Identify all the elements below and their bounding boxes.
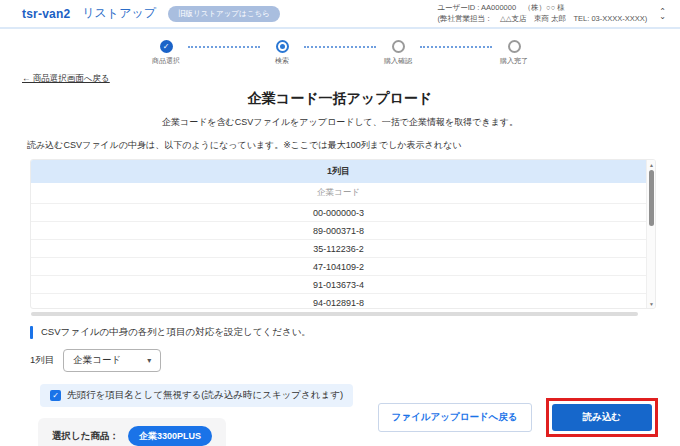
chevron-down-icon: ▾ bbox=[147, 357, 151, 365]
step-current-icon bbox=[276, 40, 289, 53]
table-row: 91-013673-4 bbox=[31, 276, 646, 294]
back-to-product-select-link[interactable]: ← 商品選択画面へ戻る bbox=[22, 73, 110, 85]
step-label: 検索 bbox=[275, 56, 289, 66]
vertical-scrollbar[interactable]: ▲ ▼ bbox=[646, 160, 655, 308]
check-icon: ✓ bbox=[163, 43, 170, 51]
sales-contact-line: (弊社営業担当： △△支店 東商 太郎 TEL: 03-XXXX-XXXX) bbox=[437, 14, 647, 25]
page-subtitle: 企業コードを含むCSVファイルをアップロードして、一括で企業情報を取得できます。 bbox=[0, 116, 680, 129]
step-purchase-complete: 購入完了 bbox=[492, 40, 536, 66]
step-upcoming-icon bbox=[508, 40, 521, 53]
selected-product-label: 選択した商品： bbox=[52, 430, 119, 443]
user-info: ユーザーID : AA000000 （株）○○ 様 (弊社営業担当： △△支店 … bbox=[437, 3, 647, 25]
step-search: 検索 bbox=[260, 40, 304, 66]
select-value: 企業コード bbox=[73, 354, 121, 367]
step-label: 購入完了 bbox=[500, 56, 528, 66]
column-label: 1列目 bbox=[30, 354, 54, 367]
back-to-upload-button[interactable]: ファイルアップロードへ戻る bbox=[378, 403, 532, 432]
app-title: リストアップ bbox=[82, 5, 156, 22]
selected-product-box: 選択した商品： 企業3300PLUS bbox=[38, 418, 226, 446]
csv-preview-table: 1列目 企業コード 00-000000-3 89-000371-8 35-112… bbox=[30, 159, 656, 309]
step-label: 商品選択 bbox=[152, 56, 180, 66]
page: tsr-van2 リストアップ 旧版リストアップはこちら ユーザーID : AA… bbox=[0, 0, 680, 446]
mapping-row: 1列目 企業コード ▾ bbox=[30, 349, 680, 372]
skip-header-checkbox-row[interactable]: ✓ 先頭行を項目名として無視する(読み込み時にスキップされます) bbox=[40, 384, 353, 407]
current-dot-icon bbox=[280, 44, 285, 49]
legacy-listup-button[interactable]: 旧版リストアップはこちら bbox=[168, 6, 280, 22]
header: tsr-van2 リストアップ 旧版リストアップはこちら ユーザーID : AA… bbox=[0, 0, 680, 29]
vertical-scrollbar-thumb[interactable] bbox=[649, 170, 654, 226]
user-id-line: ユーザーID : AA000000 （株）○○ 様 bbox=[437, 3, 647, 14]
step-complete-icon: ✓ bbox=[160, 40, 173, 53]
checkbox-checked-icon[interactable]: ✓ bbox=[50, 390, 61, 401]
csv-preview-note: 読み込むCSVファイルの中身は、以下のようになっています。※ここでは最大100列… bbox=[27, 139, 680, 152]
step-connector bbox=[304, 46, 376, 48]
brand-logo: tsr-van2 bbox=[22, 7, 70, 21]
horizontal-scrollbar-thumb[interactable] bbox=[31, 312, 638, 316]
skip-header-label: 先頭行を項目名として無視する(読み込み時にスキップされます) bbox=[67, 389, 343, 402]
load-button[interactable]: 読み込む bbox=[552, 404, 652, 431]
header-right: ユーザーID : AA000000 （株）○○ 様 (弊社営業担当： △△支店 … bbox=[437, 3, 668, 25]
mapping-instruction-text: CSVファイルの中身の各列と項目の対応を設定してください。 bbox=[41, 326, 311, 339]
red-annotation-box: 読み込む bbox=[546, 398, 658, 437]
scroll-up-icon[interactable]: ▲ bbox=[647, 160, 656, 169]
step-product-select: ✓ 商品選択 bbox=[144, 40, 188, 66]
progress-stepper: ✓ 商品選択 検索 購入確認 購入完了 bbox=[0, 40, 680, 66]
chevron-down-icon: ⌄ bbox=[659, 14, 666, 19]
footer-actions: ファイルアップロードへ戻る 読み込む bbox=[378, 398, 658, 437]
step-connector bbox=[420, 46, 492, 48]
check-icon: ✓ bbox=[52, 392, 59, 400]
horizontal-scrollbar[interactable] bbox=[30, 311, 656, 317]
column-header-cell: 1列目 bbox=[31, 160, 646, 183]
table-row: 94-012891-8 bbox=[31, 294, 646, 308]
step-purchase-confirm: 購入確認 bbox=[376, 40, 420, 66]
collapse-toggle-button[interactable]: ⌃ ⌄ bbox=[657, 7, 668, 21]
table-row: 00-000000-3 bbox=[31, 204, 646, 222]
table-row: 89-000371-8 bbox=[31, 222, 646, 240]
page-title: 企業コード一括アップロード bbox=[0, 90, 680, 108]
table-row: 35-112236-2 bbox=[31, 240, 646, 258]
header-left: tsr-van2 リストアップ 旧版リストアップはこちら bbox=[22, 5, 280, 22]
step-upcoming-icon bbox=[392, 40, 405, 53]
step-connector bbox=[188, 46, 260, 48]
step-label: 購入確認 bbox=[384, 56, 412, 66]
accent-bar bbox=[30, 326, 33, 339]
product-badge: 企業3300PLUS bbox=[128, 426, 212, 446]
mapping-instruction: CSVファイルの中身の各列と項目の対応を設定してください。 bbox=[30, 326, 680, 339]
table-row: 47-104109-2 bbox=[31, 258, 646, 276]
scroll-down-icon[interactable]: ▼ bbox=[647, 299, 656, 308]
field-mapping-select[interactable]: 企業コード ▾ bbox=[63, 349, 161, 372]
field-label-cell: 企業コード bbox=[31, 183, 646, 204]
csv-preview-scroll-area: 1列目 企業コード 00-000000-3 89-000371-8 35-112… bbox=[31, 160, 646, 308]
